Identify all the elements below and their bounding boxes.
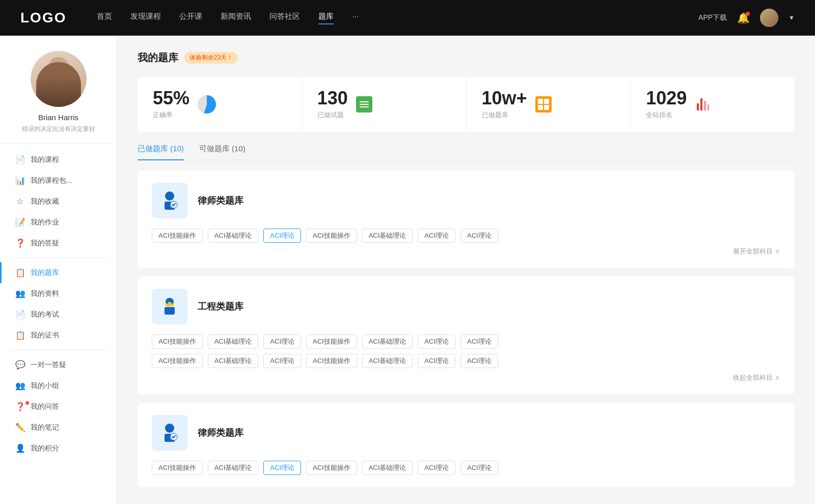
people-icon: 👥 (15, 289, 24, 298)
tag-3-7[interactable]: ACI理论 (460, 461, 498, 475)
stat-banks-text: 10w+ 已做题库 (482, 89, 527, 120)
nav-discover[interactable]: 发现课程 (130, 12, 161, 24)
bank-card-header-3: 律师类题库 (152, 415, 780, 451)
eng-tag-2-6[interactable]: ACI理论 (418, 354, 455, 368)
tag-1-1[interactable]: ACI技能操作 (152, 229, 203, 243)
eng-tag-2-1[interactable]: ACI技能操作 (152, 354, 203, 368)
nav-open-course[interactable]: 公开课 (179, 12, 202, 24)
accuracy-label: 正确率 (153, 110, 189, 120)
bank-card-lawyer-2: 律师类题库 ACI技能操作 ACI基础理论 ACI理论 ACI技能操作 ACI基… (138, 403, 795, 487)
engineer-title: 工程类题库 (198, 300, 243, 313)
tag-1-7[interactable]: ACI理论 (460, 229, 498, 243)
eng-tag-1-6[interactable]: ACI理论 (418, 334, 455, 349)
eng-tag-1-1[interactable]: ACI技能操作 (152, 334, 203, 349)
lawyer-svg-2 (158, 422, 181, 444)
bank-tags-row1: ACI技能操作 ACI基础理论 ACI理论 ACI技能操作 ACI基础理论 AC… (152, 334, 780, 349)
tag-1-4[interactable]: ACI技能操作 (306, 229, 357, 243)
tag-3-5[interactable]: ACI基础理论 (362, 461, 413, 475)
eng-tag-1-2[interactable]: ACI基础理论 (208, 334, 259, 349)
sidebar-item-group[interactable]: 👥 我的小组 (0, 375, 117, 396)
my-qa-icon: ❓ (15, 402, 24, 411)
bank-icon: 📋 (15, 268, 24, 277)
eng-tag-2-7[interactable]: ACI理论 (460, 354, 498, 368)
list-line-2 (360, 104, 369, 105)
tag-1-3[interactable]: ACI理论 (263, 229, 301, 243)
sidebar-item-my-qa[interactable]: ❓ 我的问答 (0, 396, 117, 417)
sidebar-item-favorites[interactable]: ☆ 我的收藏 (0, 191, 117, 212)
logo: LOGO (20, 10, 66, 26)
svg-rect-4 (165, 307, 175, 315)
sidebar-item-qa[interactable]: ❓ 我的答疑 (0, 233, 117, 254)
document-icon: 📄 (15, 155, 24, 164)
bank-card-header-2: 工程类题库 (152, 289, 780, 324)
stats-bar: 55% 正确率 130 已做试题 10w+ 已做题库 (138, 77, 795, 132)
tab-done[interactable]: 已做题库 (10) (138, 144, 184, 160)
bar-4 (708, 104, 710, 110)
list-line-1 (360, 101, 369, 102)
trial-badge: 体验剩余23天！ (184, 52, 238, 64)
chevron-down-icon[interactable]: ▼ (789, 14, 795, 21)
notification-bell[interactable]: 🔔 (737, 12, 750, 24)
qa-red-dot (25, 401, 29, 405)
sidebar-item-points[interactable]: 👤 我的积分 (0, 438, 117, 459)
tag-3-3[interactable]: ACI理论 (263, 461, 301, 475)
points-icon: 👤 (15, 443, 24, 453)
tag-3-6[interactable]: ACI理论 (418, 461, 455, 475)
stat-done-banks: 10w+ 已做题库 (467, 77, 631, 132)
pie-chart-icon (198, 95, 216, 114)
nav-more[interactable]: ··· (352, 12, 359, 24)
stat-rank-text: 1029 全站排名 (646, 89, 687, 120)
eng-tag-1-4[interactable]: ACI技能操作 (306, 334, 357, 349)
notification-dot (746, 12, 750, 16)
question-icon: ❓ (15, 238, 24, 248)
stat-done-text: 130 已做试题 (317, 89, 348, 120)
nav-qa[interactable]: 问答社区 (269, 12, 300, 24)
nav-news[interactable]: 新闻资讯 (221, 12, 251, 24)
eng-tag-2-2[interactable]: ACI基础理论 (208, 354, 259, 368)
eng-tag-2-5[interactable]: ACI基础理论 (362, 354, 413, 368)
eng-tag-2-4[interactable]: ACI技能操作 (306, 354, 357, 368)
nav-question-bank[interactable]: 题库 (318, 12, 334, 24)
stat-accuracy: 55% 正确率 (138, 77, 302, 132)
nav-home[interactable]: 首页 (97, 12, 112, 24)
lawyer-svg-1 (158, 189, 181, 212)
bank-tags-1: ACI技能操作 ACI基础理论 ACI理论 ACI技能操作 ACI基础理论 AC… (152, 229, 780, 243)
sidebar-item-course-package[interactable]: 📊 我的课程包... (0, 170, 117, 191)
tab-available[interactable]: 可做题库 (10) (199, 144, 246, 160)
sidebar-item-question-bank[interactable]: 📋 我的题库 (0, 262, 117, 283)
eng-tag-2-3[interactable]: ACI理论 (263, 354, 301, 368)
tag-3-4[interactable]: ACI技能操作 (306, 461, 357, 475)
divider-2 (10, 350, 106, 350)
eng-tag-1-7[interactable]: ACI理论 (460, 334, 498, 349)
sidebar-item-certificate[interactable]: 📋 我的证书 (0, 325, 117, 346)
divider-1 (10, 258, 106, 258)
sidebar-user-name: Brian Harris (10, 113, 106, 122)
grid-cell-1 (538, 99, 543, 104)
sidebar-item-my-course[interactable]: 📄 我的课程 (0, 149, 117, 170)
tag-1-6[interactable]: ACI理论 (418, 229, 455, 243)
tag-3-1[interactable]: ACI技能操作 (152, 461, 203, 475)
sidebar-item-data[interactable]: 👥 我的资料 (0, 283, 117, 304)
sidebar-item-notes[interactable]: ✏️ 我的笔记 (0, 417, 117, 438)
eng-tag-1-5[interactable]: ACI基础理论 (362, 334, 413, 349)
tag-1-5[interactable]: ACI基础理论 (362, 229, 413, 243)
eng-tag-1-3[interactable]: ACI理论 (263, 334, 301, 349)
tag-1-2[interactable]: ACI基础理论 (208, 229, 259, 243)
nav-menu: 首页 发现课程 公开课 新闻资讯 问答社区 题库 ··· (97, 12, 698, 24)
expand-btn-1[interactable]: 展开全部科目 ∨ (152, 247, 780, 256)
lawyer-icon-wrap-2 (152, 415, 187, 451)
avatar[interactable] (760, 9, 778, 27)
grid-cell-4 (544, 105, 549, 110)
bar-chart-icon (695, 96, 711, 113)
bank-tags-3: ACI技能操作 ACI基础理论 ACI理论 ACI技能操作 ACI基础理论 AC… (152, 461, 780, 475)
app-download[interactable]: APP下载 (698, 13, 727, 22)
sidebar-item-exam[interactable]: 📄 我的考试 (0, 304, 117, 325)
done-value: 130 (317, 89, 348, 107)
sidebar-item-homework[interactable]: 📝 我的作业 (0, 212, 117, 233)
collapse-btn[interactable]: 收起全部科目 ∧ (152, 373, 780, 382)
rank-label: 全站排名 (646, 110, 687, 120)
sidebar-item-one-on-one[interactable]: 💬 一对一答疑 (0, 354, 117, 375)
sidebar-avatar (31, 51, 87, 107)
page-title: 我的题库 (138, 51, 178, 65)
tag-3-2[interactable]: ACI基础理论 (208, 461, 259, 475)
